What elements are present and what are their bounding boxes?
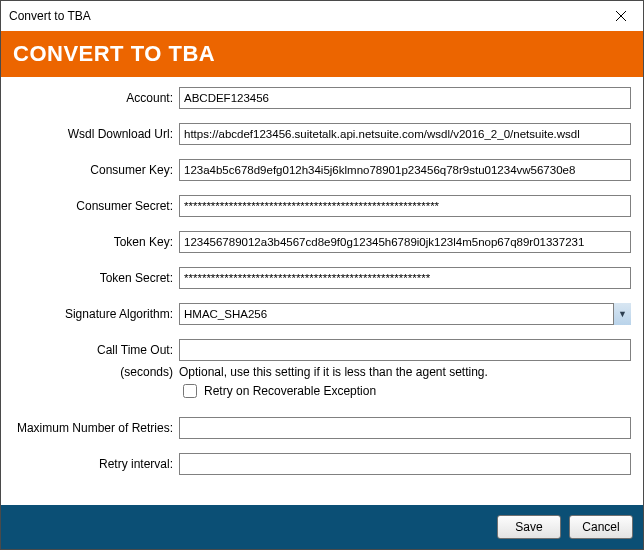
row-token-key: Token Key: (13, 231, 631, 253)
retry-checkbox-line: Retry on Recoverable Exception (179, 381, 631, 401)
label-wsdl: Wsdl Download Url: (13, 127, 179, 141)
label-call-timeout: Call Time Out: (13, 343, 179, 357)
form-area: Account: Wsdl Download Url: Consumer Key… (1, 77, 643, 505)
row-consumer-secret: Consumer Secret: (13, 195, 631, 217)
row-consumer-key: Consumer Key: (13, 159, 631, 181)
timeout-hint-text: Optional, use this setting if it is less… (179, 365, 631, 379)
sig-alg-selected: HMAC_SHA256 (184, 308, 267, 320)
retry-interval-input[interactable] (179, 453, 631, 475)
row-wsdl: Wsdl Download Url: (13, 123, 631, 145)
token-key-input[interactable] (179, 231, 631, 253)
label-token-key: Token Key: (13, 235, 179, 249)
label-retry-interval: Retry interval: (13, 457, 179, 471)
label-seconds: (seconds) (13, 365, 179, 379)
row-retry-interval: Retry interval: (13, 453, 631, 475)
save-button[interactable]: Save (497, 515, 561, 539)
retry-recoverable-label: Retry on Recoverable Exception (204, 384, 376, 398)
cancel-button[interactable]: Cancel (569, 515, 633, 539)
row-sig-alg: Signature Algorithm: HMAC_SHA256 ▼ (13, 303, 631, 325)
row-max-retries: Maximum Number of Retries: (13, 417, 631, 439)
label-max-retries: Maximum Number of Retries: (13, 421, 179, 435)
retry-recoverable-checkbox[interactable] (183, 384, 197, 398)
label-consumer-secret: Consumer Secret: (13, 199, 179, 213)
consumer-secret-input[interactable] (179, 195, 631, 217)
titlebar: Convert to TBA (1, 1, 643, 31)
dialog-footer: Save Cancel (1, 505, 643, 549)
chevron-down-icon: ▼ (613, 303, 631, 325)
consumer-key-input[interactable] (179, 159, 631, 181)
max-retries-input[interactable] (179, 417, 631, 439)
close-icon (616, 11, 626, 21)
window-title: Convert to TBA (9, 9, 91, 23)
close-button[interactable] (598, 1, 643, 31)
label-sig-alg: Signature Algorithm: (13, 307, 179, 321)
row-account: Account: (13, 87, 631, 109)
account-input[interactable] (179, 87, 631, 109)
token-secret-input[interactable] (179, 267, 631, 289)
row-timeout-hint: (seconds) Optional, use this setting if … (13, 365, 631, 401)
label-consumer-key: Consumer Key: (13, 163, 179, 177)
wsdl-url-input[interactable] (179, 123, 631, 145)
dialog-window: Convert to TBA CONVERT TO TBA Account: W… (0, 0, 644, 550)
row-token-secret: Token Secret: (13, 267, 631, 289)
sig-alg-select[interactable]: HMAC_SHA256 ▼ (179, 303, 631, 325)
row-call-timeout: Call Time Out: (13, 339, 631, 361)
dialog-heading: CONVERT TO TBA (1, 31, 643, 77)
label-token-secret: Token Secret: (13, 271, 179, 285)
label-account: Account: (13, 91, 179, 105)
call-timeout-input[interactable] (179, 339, 631, 361)
